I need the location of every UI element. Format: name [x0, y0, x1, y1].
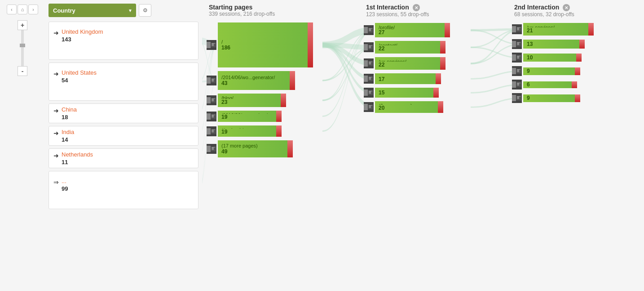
svg-rect-34	[369, 105, 371, 108]
node-count: 17	[379, 76, 432, 82]
main-container: ‹ ⌂ › + - Country ▼ ⚙ ➜United Kingdom143…	[0, 0, 644, 291]
svg-rect-2	[212, 43, 216, 44]
svg-rect-52	[517, 96, 520, 99]
zoom-handle[interactable]	[20, 44, 25, 47]
page-icon	[364, 102, 374, 112]
country-item-4[interactable]: ➜Netherlands11	[49, 148, 198, 168]
country-item-5[interactable]: ⇒...99	[49, 171, 198, 209]
node-count: 21	[527, 27, 585, 34]
dropoff-bar	[440, 41, 446, 54]
flow-node-3[interactable]: /training/17	[364, 73, 476, 84]
flow-node-0[interactable]: /profile/27	[364, 23, 476, 37]
interaction2-close-button[interactable]: ✕	[563, 4, 570, 11]
home-button[interactable]: ⌂	[18, 4, 27, 14]
country-name: United States	[62, 69, 97, 76]
svg-rect-11	[212, 115, 216, 115]
country-item-2[interactable]: ➜China18	[49, 103, 198, 123]
dropoff-bar	[572, 81, 577, 88]
node-count: 10	[527, 54, 573, 61]
svg-rect-38	[517, 27, 521, 28]
flow-node-4[interactable]: /profile/6	[512, 80, 624, 90]
svg-rect-1	[212, 43, 214, 46]
green-bar: (17 more pages)49	[218, 140, 287, 157]
svg-rect-23	[369, 45, 373, 46]
filter-label: Country	[53, 7, 75, 14]
interaction2-title: 2nd Interaction ✕	[514, 4, 624, 11]
flow-node-2[interactable]: /10	[512, 53, 624, 63]
page-icon	[364, 42, 374, 52]
flow-node-1[interactable]: /training/13	[512, 39, 624, 49]
country-item-0[interactable]: ➜United Kingdom143	[49, 22, 198, 60]
dropoff-bar	[576, 54, 582, 62]
country-count: 54	[62, 77, 97, 84]
country-arrow-icon: ➜	[53, 152, 59, 159]
zoom-in-button[interactable]: +	[18, 20, 27, 30]
flow-node-3[interactable]: /the-book/9	[512, 66, 624, 76]
country-item-1[interactable]: ➜United States54	[49, 63, 198, 101]
svg-rect-41	[517, 42, 521, 43]
flow-node-5[interactable]: (17 more pages)49	[207, 140, 328, 157]
svg-rect-5	[212, 79, 216, 79]
interaction2-subtitle: 68 sessions, 32 drop-offs	[514, 11, 624, 18]
interaction1-subtitle: 123 sessions, 55 drop-offs	[366, 11, 476, 18]
green-bar: /profile/27	[375, 23, 445, 37]
dropoff-bar	[445, 23, 450, 37]
forward-button[interactable]: ›	[28, 4, 38, 14]
flow-node-4[interactable]: /the-book/15	[364, 88, 476, 98]
flow-node-2[interactable]: /ux-services/22	[364, 57, 476, 70]
svg-rect-37	[517, 27, 520, 30]
svg-rect-20	[369, 28, 373, 29]
country-name: India	[62, 129, 74, 135]
zoom-out-button[interactable]: -	[18, 66, 27, 76]
svg-rect-26	[369, 62, 373, 62]
country-name: United Kingdom	[62, 28, 103, 35]
dropoff-bar	[276, 125, 282, 137]
page-icon	[364, 25, 374, 35]
interaction1-header: 1st Interaction ✕ 123 sessions, 55 drop-…	[364, 4, 476, 18]
starting-pages-column: Starting pages 339 sessions, 216 drop-of…	[207, 4, 328, 287]
flow-area: Starting pages 339 sessions, 216 drop-of…	[202, 0, 644, 291]
node-count: 20	[379, 105, 434, 111]
flow-node-5[interactable]: (5 more pages)9	[512, 93, 624, 103]
country-name: Netherlands	[62, 151, 93, 158]
filter-bar: Country ▼ ⚙	[49, 4, 198, 17]
dropoff-bar	[308, 22, 313, 67]
country-item-3[interactable]: ➜India14	[49, 126, 198, 146]
node-count: 49	[221, 148, 284, 155]
flow-node-5[interactable]: (6 more pages)20	[364, 101, 476, 113]
flow-node-3[interactable]: /2016/06/me...nal-gains/19	[207, 111, 328, 122]
node-count: 9	[527, 95, 571, 101]
flow-node-4[interactable]: /the-book/19	[207, 125, 328, 137]
svg-rect-13	[212, 130, 214, 132]
interaction1-close-button[interactable]: ✕	[413, 4, 420, 11]
country-filter-dropdown[interactable]: Country ▼	[49, 4, 136, 17]
svg-rect-32	[369, 91, 373, 91]
flow-node-0[interactable]: /ux-services/21	[512, 23, 624, 36]
svg-rect-14	[212, 130, 216, 130]
node-count: 6	[527, 81, 568, 88]
interaction2-nodes: /ux-services/21 /training/13 /10 /the-bo…	[512, 23, 624, 107]
green-bar: /blog/23	[218, 94, 281, 107]
svg-rect-19	[369, 28, 371, 31]
node-count: 15	[379, 90, 430, 96]
green-bar: /10	[523, 54, 576, 62]
node-count: 23	[221, 99, 277, 105]
svg-rect-47	[517, 69, 521, 70]
interaction1-column: 1st Interaction ✕ 123 sessions, 55 drop-…	[364, 4, 476, 287]
flow-node-0[interactable]: /186	[207, 22, 328, 67]
green-bar: (5 more pages)9	[523, 94, 575, 102]
flow-node-1[interactable]: /2014/06/wo...generator/43	[207, 71, 328, 90]
page-icon	[364, 74, 374, 84]
country-arrow-icon: ➜	[53, 29, 59, 36]
svg-rect-16	[212, 147, 214, 150]
flow-node-2[interactable]: /blog/23	[207, 94, 328, 107]
flow-node-1[interactable]: /contact/22	[364, 41, 476, 54]
zoom-slider[interactable]	[21, 30, 24, 66]
settings-button[interactable]: ⚙	[139, 4, 151, 17]
svg-rect-29	[369, 77, 373, 77]
node-label: /blog/	[221, 95, 277, 99]
back-button[interactable]: ‹	[7, 4, 17, 14]
green-bar: /training/17	[375, 73, 436, 84]
sidebar: ‹ ⌂ › + -	[0, 0, 45, 291]
page-icon	[364, 58, 374, 68]
